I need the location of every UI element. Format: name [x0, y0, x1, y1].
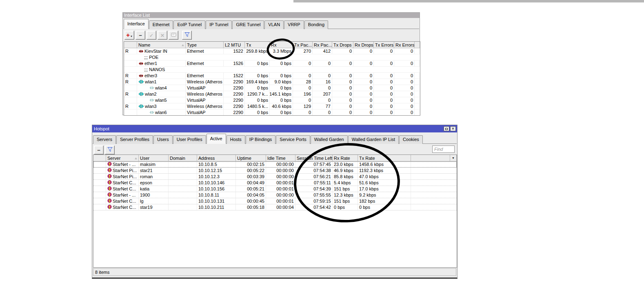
interface-tab-vlan[interactable]: VLAN	[264, 20, 284, 29]
cell-tx-errors: 0	[374, 85, 394, 91]
cell-tx-packets: 0	[293, 97, 313, 103]
cell-address: 10.10.10.211	[197, 204, 236, 210]
table-row[interactable]: ;;; NANOS	[124, 67, 420, 73]
remove-button[interactable]: −	[135, 31, 145, 40]
hotspot-tab-service-ports[interactable]: Service Ports	[276, 135, 310, 144]
cell-tx-rate: 47.0 kbps	[358, 174, 411, 179]
remove-icon: −	[139, 32, 142, 38]
column-header-name[interactable]: Name	[137, 42, 186, 48]
table-row[interactable]: StarNet C...katia10.10.10.15600:05:2100:…	[93, 186, 457, 192]
table-row[interactable]: Rwlan3Wireless (Atheros 11N)22901480.5 k…	[124, 103, 420, 110]
column-header-rx-pac[interactable]: Rx Pac...	[313, 42, 332, 48]
cell-tx-errors: 0	[374, 60, 394, 66]
table-row[interactable]: wlan5VirtualAP22900 bps0 bps000000	[124, 97, 420, 103]
interface-window-titlebar[interactable]: Interface List	[123, 13, 420, 18]
add-button[interactable]: +▼	[124, 31, 134, 40]
filter-button[interactable]	[182, 31, 192, 40]
column-header-tx-rate[interactable]: Tx Rate	[358, 155, 411, 161]
cell-name: ether1	[137, 60, 186, 66]
column-header-rx-rate[interactable]: Rx Rate	[333, 155, 358, 161]
column-header-tx-pac[interactable]: Tx Pac...	[293, 42, 313, 48]
column-header-rx-drops[interactable]: Rx Drops	[353, 42, 374, 48]
column-header-tx-drops[interactable]: Tx Drops	[332, 42, 353, 48]
column-header-address[interactable]: Address	[197, 155, 236, 161]
interface-name: ether1	[144, 60, 157, 66]
interface-tab-gre-tunnel[interactable]: GRE Tunnel	[232, 20, 264, 29]
column-header-tx[interactable]: Tx	[245, 42, 270, 48]
maximize-button[interactable]	[444, 126, 449, 131]
interface-tab-eoip-tunnel[interactable]: EoIP Tunnel	[173, 20, 205, 29]
cell-filler	[415, 48, 420, 54]
column-select-button[interactable]: ▼	[450, 155, 457, 161]
table-row[interactable]: RKievStar INEthernet1522259.8 kbps3.3 Mb…	[124, 48, 420, 54]
hotspot-tab-server-profiles[interactable]: Server Profiles	[116, 135, 153, 144]
cell-l2mtu: 2290	[224, 110, 245, 115]
filter-button[interactable]	[105, 146, 115, 154]
enable-button[interactable]: ✓	[147, 31, 156, 40]
table-row[interactable]: ether1Ethernet15260 bps0 bps000000	[124, 60, 420, 67]
remove-button[interactable]: −	[94, 146, 104, 154]
cell-name: ether3	[137, 73, 186, 78]
column-header-server[interactable]: Server	[106, 155, 139, 161]
cell-session-time-left: 07:59:15	[295, 198, 333, 204]
hotspot-tab-hosts[interactable]: Hosts	[227, 135, 245, 144]
column-header-user[interactable]: User	[139, 155, 169, 161]
hotspot-tab-user-profiles[interactable]: User Profiles	[173, 135, 206, 144]
table-row[interactable]: StarNet - ...190010.10.8.1100:04:0500:00…	[93, 192, 457, 198]
hotspot-window-titlebar[interactable]: Hotspot ✕	[92, 125, 457, 132]
hotspot-tab-walled-garden-ip-list[interactable]: Walled Garden IP List	[348, 135, 399, 144]
column-header-rx[interactable]: Rx	[270, 42, 293, 48]
disable-button[interactable]: ✕	[158, 31, 167, 40]
row-flag-cell	[124, 110, 137, 115]
cell-rx-drops: 0	[353, 110, 374, 115]
cell-rx: 3.3 Mbps	[270, 48, 293, 54]
cell-tx: 1480.5 k...	[245, 103, 270, 109]
cell-rx-rate: 151 bps	[333, 186, 358, 192]
table-row[interactable]: StarNet C...star1910.10.10.21100:05:1800…	[93, 204, 457, 210]
table-row[interactable]: Rwlan1Wireless (Atheros AR5...2290169.4 …	[124, 79, 420, 85]
column-header-l2-mtu[interactable]: L2 MTU	[224, 42, 245, 48]
column-header-domain[interactable]: Domain	[169, 155, 197, 161]
hotspot-tab-ip-bindings[interactable]: IP Bindings	[246, 135, 275, 144]
table-row[interactable]: StarNet C...lg10.10.10.13100:00:4500:00:…	[93, 198, 457, 204]
table-row[interactable]: ;;; POE	[124, 54, 420, 60]
interface-tab-ip-tunnel[interactable]: IP Tunnel	[206, 20, 232, 29]
close-button[interactable]: ✕	[450, 126, 456, 131]
table-row[interactable]: wlan6VirtualAP22900 bps0 bps000000	[124, 110, 420, 116]
cell-rx-rate: 0 bps	[333, 204, 358, 210]
find-input[interactable]	[432, 146, 455, 153]
comment-button[interactable]	[169, 31, 178, 40]
interface-tab-ethernet[interactable]: Ethernet	[149, 20, 173, 29]
interface-tab-bonding[interactable]: Bonding	[304, 20, 328, 29]
cell-rx-packets: 412	[313, 48, 332, 54]
table-row[interactable]: StarNet - ...maksim10.10.8.500:02:1500:0…	[93, 161, 457, 168]
cell-rx-drops: 0	[353, 79, 374, 85]
hotspot-tab-users[interactable]: Users	[153, 135, 173, 144]
hotspot-toolbar: −	[94, 146, 115, 154]
hotspot-tab-active[interactable]: Active	[207, 134, 226, 144]
table-row[interactable]: StarNet Pi...star2110.10.12.1500:05:2200…	[93, 168, 457, 174]
row-flag-cell	[124, 97, 137, 103]
column-header-rx-errors[interactable]: Rx Errors	[394, 42, 415, 48]
interface-tab-vrrp[interactable]: VRRP	[284, 20, 304, 29]
column-header-type[interactable]: Type	[186, 42, 224, 48]
column-header-idle-time[interactable]: Idle Time	[266, 155, 295, 161]
hotspot-tab-cookies[interactable]: Cookies	[399, 135, 423, 144]
hotspot-tab-servers[interactable]: Servers	[93, 135, 116, 144]
hotspot-tab-walled-garden[interactable]: Walled Garden	[311, 135, 348, 144]
table-row[interactable]: wlan4VirtualAP22900 bps0 bps000000	[124, 85, 420, 91]
cell-name: wlan4	[137, 85, 186, 91]
column-flag[interactable]	[93, 155, 106, 161]
table-row[interactable]: Rwlan2Wireless (Atheros AR5...22901290.7…	[124, 91, 420, 97]
column-flag[interactable]	[124, 42, 137, 48]
table-row[interactable]: StarNet C...epson10.10.10.14600:04:4900:…	[93, 180, 457, 186]
virtualap-icon	[149, 98, 154, 102]
add-icon: +▼	[126, 32, 133, 38]
table-row[interactable]: StarNet Pi...roman10.10.12.300:03:3900:0…	[93, 174, 457, 180]
table-row[interactable]: Rether3Ethernet15220 bps0 bps000000	[124, 73, 420, 79]
column-header-session-time-left[interactable]: Session Time Left	[295, 155, 333, 161]
cell-idle-time: 00:00:00	[266, 168, 295, 173]
column-header-uptime[interactable]: Uptime	[236, 155, 266, 161]
column-header-tx-errors[interactable]: Tx Errors	[374, 42, 394, 48]
interface-tab-interface[interactable]: Interface	[124, 19, 149, 29]
